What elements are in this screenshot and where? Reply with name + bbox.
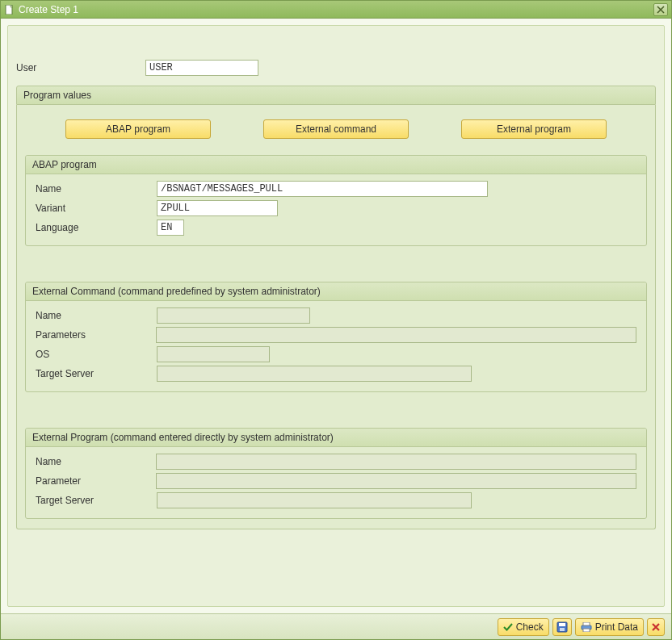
extcmd-params-input[interactable]: [156, 327, 636, 343]
program-values-header: Program values: [16, 86, 656, 105]
extprog-name-label: Name: [36, 456, 156, 467]
external-command-header: External Command (command predefined by …: [26, 282, 646, 301]
close-icon: [657, 6, 665, 14]
cancel-icon: [651, 622, 661, 632]
user-input[interactable]: [145, 60, 258, 76]
document-icon: [4, 4, 15, 15]
extcmd-os-label: OS: [36, 349, 157, 360]
extprog-target-input[interactable]: [157, 492, 472, 508]
abap-language-input[interactable]: [157, 220, 184, 236]
window-title: Create Step 1: [19, 4, 653, 15]
extprog-name-input[interactable]: [156, 454, 636, 470]
save-icon: [556, 621, 568, 633]
extcmd-params-label: Parameters: [36, 329, 156, 341]
abap-variant-input[interactable]: [157, 200, 278, 216]
program-values-body: ABAP program External command External p…: [16, 105, 656, 529]
dialog-window: Create Step 1 User Program values ABAP p…: [0, 0, 672, 640]
svg-rect-5: [583, 622, 590, 625]
abap-name-label: Name: [36, 183, 157, 195]
abap-program-group: ABAP program Name Variant Language: [25, 155, 647, 246]
extcmd-target-label: Target Server: [36, 368, 157, 379]
check-icon: [503, 622, 513, 632]
close-button[interactable]: [653, 3, 668, 16]
abap-language-label: Language: [36, 222, 157, 233]
svg-rect-3: [560, 628, 565, 631]
extprog-target-label: Target Server: [36, 495, 157, 506]
external-program-button[interactable]: External program: [461, 119, 607, 139]
print-data-label: Print Data: [595, 621, 638, 633]
content-area: User Program values ABAP program Externa…: [1, 19, 671, 613]
abap-name-input[interactable]: [157, 181, 488, 197]
external-command-group: External Command (command predefined by …: [25, 282, 647, 392]
extprog-param-label: Parameter: [36, 475, 156, 487]
check-button[interactable]: Check: [498, 618, 549, 636]
print-data-button[interactable]: Print Data: [575, 618, 644, 636]
inner-content: User Program values ABAP program Externa…: [7, 25, 665, 607]
extcmd-name-label: Name: [36, 310, 157, 321]
external-program-header: External Program (command entered direct…: [26, 429, 646, 447]
print-icon: [581, 622, 592, 632]
user-row: User: [16, 60, 656, 76]
program-type-buttons: ABAP program External command External p…: [25, 115, 647, 144]
extprog-param-input[interactable]: [156, 473, 636, 489]
abap-variant-label: Variant: [36, 203, 157, 214]
external-program-group: External Program (command entered direct…: [25, 428, 647, 519]
cancel-button[interactable]: [647, 618, 665, 636]
extcmd-target-input[interactable]: [157, 366, 472, 382]
extcmd-name-input[interactable]: [157, 307, 310, 324]
user-label: User: [16, 62, 145, 73]
svg-rect-2: [559, 623, 565, 626]
svg-rect-6: [583, 629, 590, 632]
abap-program-button[interactable]: ABAP program: [65, 119, 211, 139]
check-button-label: Check: [516, 621, 544, 633]
footer-bar: Check Print Data: [1, 613, 671, 639]
extcmd-os-input[interactable]: [157, 346, 270, 362]
external-command-button[interactable]: External command: [263, 119, 409, 139]
abap-program-header: ABAP program: [26, 156, 646, 174]
titlebar: Create Step 1: [1, 1, 671, 19]
save-button[interactable]: [552, 618, 572, 636]
